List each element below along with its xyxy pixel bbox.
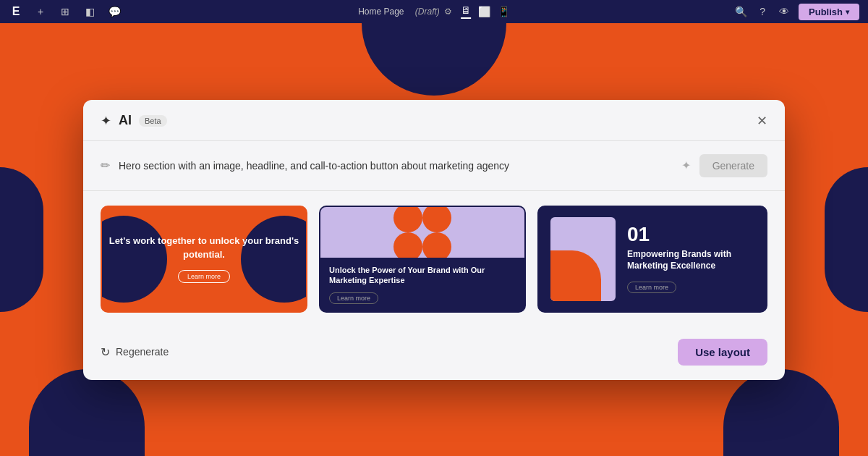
layout-card-2[interactable]: Unlock the Power of Your Brand with Our …: [319, 206, 526, 313]
canvas-shape-top: [362, 23, 506, 96]
canvas: ✦ AI Beta ✕ ✏ Hero section with an image…: [0, 23, 868, 456]
canvas-shape-left: [0, 167, 43, 312]
beta-badge: Beta: [139, 115, 167, 127]
desktop-view-icon[interactable]: 🖥: [461, 4, 471, 19]
layers-icon[interactable]: ◧: [82, 6, 97, 17]
card-3-content: 01 Empowering Brands with Marketing Exce…: [627, 224, 754, 292]
petal-tl: [393, 207, 422, 232]
search-icon[interactable]: 🔍: [733, 6, 748, 17]
card-3-headline: Empowering Brands with Marketing Excelle…: [627, 249, 754, 271]
prompt-input-row: ✏ Hero section with an image, headline, …: [83, 141, 785, 191]
card-2-image-area: [320, 207, 524, 258]
card-3-cta[interactable]: Learn more: [627, 282, 676, 293]
card-2-cta[interactable]: Learn more: [329, 292, 378, 304]
generate-button[interactable]: Generate: [699, 154, 767, 177]
elementor-icon[interactable]: E: [9, 5, 23, 18]
modal-header-left: ✦ AI Beta: [101, 113, 167, 129]
petal-br: [422, 232, 451, 258]
page-title: Home Page (Draft) ⚙: [358, 7, 452, 17]
card-2-bottom: Unlock the Power of Your Brand with Our …: [320, 258, 524, 311]
ai-sparkle-icon: ✦: [101, 113, 111, 129]
use-layout-button[interactable]: Use layout: [678, 339, 767, 366]
publish-button[interactable]: Publish ▾: [799, 4, 859, 20]
petal-bl: [393, 232, 422, 258]
layout-card-3[interactable]: 01 Empowering Brands with Marketing Exce…: [537, 206, 767, 313]
canvas-shape-bottom-left: [29, 369, 145, 456]
card-1-cta[interactable]: Learn more: [178, 270, 230, 283]
preview-icon[interactable]: 👁: [777, 6, 791, 17]
comments-icon[interactable]: 💬: [107, 6, 122, 17]
regenerate-button[interactable]: ↻ Regenerate: [101, 345, 169, 359]
card-3-number: 01: [627, 224, 754, 245]
card-1-headline: Let's work together to unlock your brand…: [102, 235, 306, 261]
ai-title: AI: [119, 113, 132, 128]
help-icon[interactable]: ?: [755, 6, 770, 17]
structure-icon[interactable]: ⊞: [58, 6, 72, 17]
settings-icon[interactable]: ⚙: [444, 7, 452, 17]
pencil-icon: ✏: [101, 159, 110, 172]
layouts-row: Let's work together to unlock your brand…: [83, 191, 785, 327]
view-icons: 🖥 ⬜ 📱: [461, 4, 510, 19]
modal-header: ✦ AI Beta ✕: [83, 100, 785, 141]
card-2-headline: Unlock the Power of Your Brand with Our …: [329, 265, 516, 286]
card-3-image: [550, 217, 616, 301]
close-button[interactable]: ✕: [757, 114, 767, 127]
publish-chevron-icon: ▾: [846, 8, 849, 16]
topbar-left: E + ⊞ ◧ 💬: [9, 5, 122, 18]
enhance-icon[interactable]: ✦: [681, 159, 691, 172]
topbar: E + ⊞ ◧ 💬 Home Page (Draft) ⚙ 🖥 ⬜ 📱 🔍 ? …: [0, 0, 868, 23]
petal-tr: [422, 207, 451, 232]
prompt-text[interactable]: Hero section with an image, headline, an…: [119, 160, 673, 172]
add-icon[interactable]: +: [33, 6, 48, 17]
ai-modal: ✦ AI Beta ✕ ✏ Hero section with an image…: [83, 100, 785, 380]
canvas-shape-right: [825, 167, 868, 312]
card-3-shape: [550, 250, 601, 301]
layout-card-1[interactable]: Let's work together to unlock your brand…: [101, 206, 307, 313]
modal-footer: ↻ Regenerate Use layout: [83, 327, 785, 380]
card-1-content: Let's work together to unlock your brand…: [102, 235, 306, 282]
regenerate-icon: ↻: [101, 345, 110, 359]
canvas-shape-bottom-right: [723, 369, 839, 456]
mobile-view-icon[interactable]: 📱: [498, 6, 510, 17]
topbar-right: 🔍 ? 👁 Publish ▾: [733, 4, 859, 20]
flower-decoration: [393, 207, 451, 258]
tablet-view-icon[interactable]: ⬜: [478, 6, 490, 17]
topbar-center: Home Page (Draft) ⚙ 🖥 ⬜ 📱: [358, 4, 510, 19]
